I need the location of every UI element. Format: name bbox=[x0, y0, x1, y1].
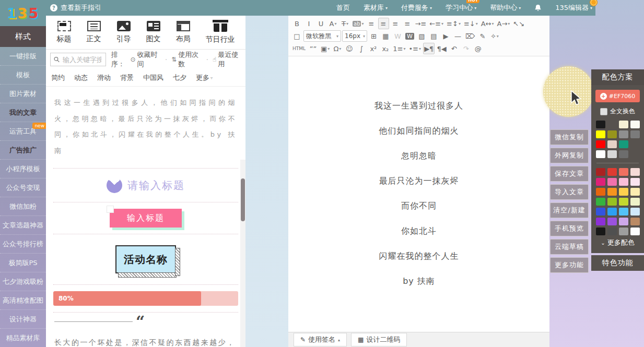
color-swatch-9e9e9e[interactable] bbox=[619, 228, 628, 235]
color-swatch-c4d930[interactable] bbox=[619, 198, 628, 206]
color-swatch-fbfaf3[interactable] bbox=[630, 121, 640, 128]
style-preview-activity[interactable]: 活动名称 bbox=[53, 234, 238, 284]
toolbar-subscript-button[interactable]: x₂ bbox=[380, 43, 391, 54]
activity-name-box[interactable]: 活动名称 bbox=[115, 245, 176, 273]
sidebar-item-templates[interactable]: 模板 bbox=[0, 66, 46, 85]
sidebar-item-my-articles[interactable]: 我的文章 bbox=[0, 103, 46, 122]
tab-imgtext[interactable]: 图文 bbox=[146, 21, 161, 44]
color-swatch-fcedb1[interactable] bbox=[630, 188, 640, 196]
color-swatch-d8d8d8[interactable] bbox=[607, 150, 617, 158]
toolbar-paragraph-spacing-button[interactable]: ≡↓▾ bbox=[463, 18, 479, 29]
color-swatch-ef7060[interactable] bbox=[619, 168, 628, 176]
toolbar-insert-image-map-button[interactable]: ▦ bbox=[380, 30, 391, 42]
color-swatch-97941c[interactable] bbox=[607, 130, 617, 138]
tag-simple[interactable]: 简约 bbox=[51, 73, 65, 82]
nav-item-help-center[interactable]: 帮助中心▾ bbox=[490, 3, 521, 13]
color-swatch-ffffff[interactable] bbox=[596, 150, 605, 158]
color-swatch-169b7c[interactable] bbox=[619, 140, 628, 148]
toolbar-unordered-list-button[interactable]: •≡▾ bbox=[408, 43, 423, 54]
sidebar-item-account-ranking[interactable]: 公众号排行榜 bbox=[0, 235, 46, 254]
toolbar-insert-gallery-button[interactable]: ▤ bbox=[428, 30, 439, 42]
sidebar-item-premium-assets[interactable]: 精品素材库 bbox=[0, 329, 46, 347]
sort-option-use-count[interactable]: ⇅使用次数 bbox=[171, 50, 208, 69]
sidebar-item-design-tool[interactable]: 设计神器 bbox=[0, 310, 46, 329]
toolbar-html-source-button[interactable]: HTML bbox=[291, 43, 307, 54]
toolbar-text-direction-button[interactable]: A→▾ bbox=[496, 18, 511, 29]
toolbar-format-brush-button[interactable]: ✎ bbox=[477, 30, 488, 42]
color-swatch-fdd04e[interactable] bbox=[619, 188, 628, 196]
nav-item-paid-services[interactable]: 付费服务▾ bbox=[401, 3, 432, 13]
toolbar-align-left-button[interactable]: ≡ bbox=[366, 18, 377, 29]
current-color-button[interactable]: + #EF7060 bbox=[595, 90, 640, 102]
color-swatch-ba8a64[interactable] bbox=[630, 218, 640, 225]
color-swatch-53c3f8[interactable] bbox=[619, 208, 628, 216]
toolbar-container-box-button[interactable]: ▣▾ bbox=[320, 43, 331, 54]
sidebar-item-styles[interactable]: 样式 bbox=[0, 26, 46, 47]
sidebar-item-account-monetize[interactable]: 公众号变现 bbox=[0, 178, 46, 197]
sidebar-item-simple-ps[interactable]: 极简版PS bbox=[0, 254, 46, 272]
tab-body[interactable]: 正文 bbox=[87, 21, 101, 44]
toolbar-italic-button[interactable]: I bbox=[303, 18, 314, 29]
tab-festival[interactable]: 节日行业 bbox=[206, 20, 235, 44]
color-swatch-8d30d8[interactable] bbox=[596, 218, 605, 225]
tag-background[interactable]: 背景 bbox=[120, 73, 134, 82]
color-swatch-3354df[interactable] bbox=[596, 208, 605, 216]
design-qrcode-button[interactable]: ▦ 设计二维码 bbox=[351, 333, 407, 346]
tag-slide[interactable]: 滑动 bbox=[97, 73, 111, 82]
color-swatch-f6f0d5[interactable] bbox=[619, 121, 628, 128]
color-swatch-fbe4f0[interactable] bbox=[630, 178, 640, 186]
toolbar-ltr-paragraph-button[interactable]: ▶¶ bbox=[423, 43, 435, 54]
toolbar-align-right-button[interactable]: ≡ bbox=[390, 18, 401, 29]
search-input[interactable] bbox=[62, 55, 102, 64]
notification-bell-icon[interactable] bbox=[534, 4, 542, 12]
style-preview-text[interactable]: 我这一生遇到过很多人，他们如同指间的烟火，忽明忽暗，最后只沦为一抹灰烬，而你不同… bbox=[54, 95, 237, 159]
toolbar-word-count-button[interactable]: W bbox=[392, 30, 403, 42]
toolbar-magic-wand-button[interactable]: ✧▾ bbox=[489, 30, 500, 42]
checkbox-icon[interactable] bbox=[600, 108, 607, 115]
color-swatch-8f8f8f[interactable] bbox=[619, 130, 628, 138]
cloud-draft-button[interactable]: 云端草稿 bbox=[550, 239, 589, 255]
style-preview-quote[interactable]: “ 长大的一个坏处是，深信不疑的东西越来越少，好 bbox=[53, 313, 238, 347]
sidebar-item-image-assets[interactable]: 图片素材 bbox=[0, 85, 46, 103]
toolbar-find-button[interactable]: @ bbox=[473, 43, 484, 54]
more-colors-button[interactable]: ⌄ 更多配色 bbox=[595, 235, 640, 250]
color-swatch-d0eafc[interactable] bbox=[630, 208, 640, 216]
wechat-copy-button[interactable]: 微信复制 bbox=[550, 129, 589, 145]
toolbar-word-import-button[interactable]: W bbox=[404, 30, 415, 42]
toolbar-emoji-button[interactable]: ☺ bbox=[344, 43, 355, 54]
sidebar-item-hd-images[interactable]: 高清精准配图 bbox=[0, 291, 46, 310]
toolbar-highlight-button[interactable]: ab▾ bbox=[352, 18, 365, 29]
more-functions-button[interactable]: 更多功能 bbox=[550, 257, 589, 273]
toolbar-bold-button[interactable]: B bbox=[291, 18, 302, 29]
toolbar-indent-button[interactable]: →≡ bbox=[414, 18, 428, 29]
toolbar-font-color-button[interactable]: A▾ bbox=[327, 18, 338, 29]
color-swatch-f9bed8[interactable] bbox=[619, 178, 628, 186]
style-list-scrollbar[interactable] bbox=[240, 160, 245, 347]
color-swatch-f171ac[interactable] bbox=[607, 178, 617, 186]
toolbar-insert-image-button[interactable]: ▧ bbox=[416, 30, 427, 42]
color-swatch-eef3c9[interactable] bbox=[630, 198, 640, 206]
import-article-button[interactable]: 导入文章 bbox=[550, 184, 589, 200]
color-swatch-df3b31[interactable] bbox=[607, 168, 617, 176]
toolbar-horizontal-rule-button[interactable]: — bbox=[452, 30, 463, 42]
sidebar-item-operation-tools[interactable]: 运营工具new bbox=[0, 122, 46, 141]
toolbar-redo-button[interactable]: ↷ bbox=[461, 43, 472, 54]
color-swatch-f6dbd8[interactable] bbox=[630, 168, 640, 176]
color-swatch-df2178[interactable] bbox=[596, 178, 605, 186]
toolbar-insert-table-button[interactable]: ⊞ bbox=[368, 30, 379, 42]
tab-title[interactable]: 标题 bbox=[57, 21, 72, 44]
editor-canvas[interactable]: 我这一生遇到过很多人他们如同指间的烟火忽明忽暗最后只沦为一抹灰烬而你不同你如北斗… bbox=[288, 56, 549, 332]
color-swatch-cda8ea[interactable] bbox=[619, 218, 628, 225]
toolbar-eraser-button[interactable]: ⌦ bbox=[464, 30, 476, 42]
toolbar-font-size-select[interactable]: 16px▾ bbox=[342, 30, 367, 42]
color-swatch-181818[interactable] bbox=[596, 228, 605, 235]
sidebar-item-qixi-game[interactable]: 七夕游戏吸粉 bbox=[0, 272, 46, 291]
color-swatch-fdfdfd[interactable] bbox=[630, 228, 640, 235]
nav-item-learning-center[interactable]: 学习中心▾HOT bbox=[446, 3, 476, 13]
color-swatch-7b7b7b[interactable] bbox=[630, 130, 640, 138]
color-swatch-505050[interactable] bbox=[607, 228, 617, 235]
toolbar-ordered-list-button[interactable]: 1≡▾ bbox=[392, 43, 406, 54]
special-features-button[interactable]: 特色功能 bbox=[591, 255, 644, 271]
toolbar-superscript-button[interactable]: x² bbox=[368, 43, 379, 54]
color-swatch-97c120[interactable] bbox=[607, 198, 617, 206]
